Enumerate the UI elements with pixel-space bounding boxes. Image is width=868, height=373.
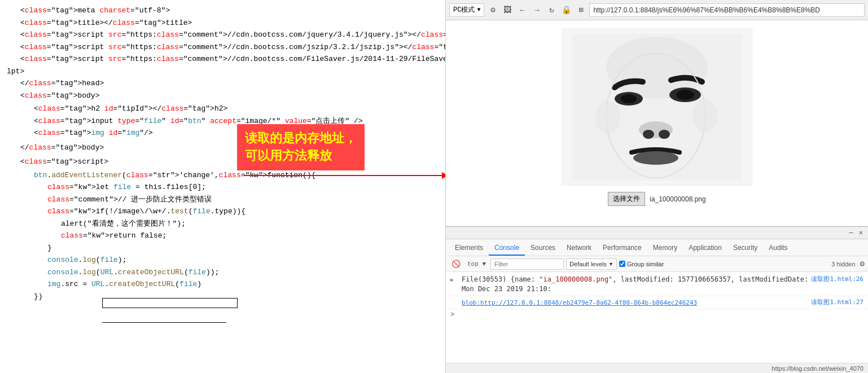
code-line: class="kw">let file = this.files[0]; (0, 181, 445, 194)
code-line: <class="tag">script src="https:class="co… (0, 53, 445, 65)
svg-point-12 (595, 100, 620, 134)
group-similar-text: Group similar (627, 261, 664, 267)
code-editor: <class="tag">meta charset="utf-8"><class… (0, 0, 446, 373)
code-line: </class="tag">head> (0, 77, 445, 90)
code-line: <class="tag">script src="https:class="co… (0, 29, 445, 41)
svg-point-3 (621, 94, 637, 103)
tab-sources[interactable]: Sources (525, 241, 561, 256)
blob-url-link[interactable]: blob:http://127.0.0.1:8848/eb2479e7-8a62… (462, 299, 697, 306)
console-file-text: File(30553) {name: "ia_100000008.png", l… (462, 275, 811, 294)
grid-icon[interactable]: ⊞ (575, 4, 587, 16)
tab-performance[interactable]: Performance (597, 241, 647, 256)
tab-elements[interactable]: Elements (449, 241, 489, 256)
code-line: <class="tag">script> (0, 156, 445, 168)
code-line: </class="tag">body> (0, 142, 445, 154)
devtools-close-icon[interactable]: ✕ (857, 229, 865, 237)
browser-panel: PC模式 ▼ ⚙ 🖼 ← → ↻ 🔒 ⊞ (446, 0, 868, 373)
console-line-file: ▶ File(30553) {name: "ia_100000008.png",… (446, 273, 868, 296)
group-similar-label[interactable]: Group similar (619, 261, 664, 267)
code-line: <class="tag">title></class="tag">title> (0, 17, 445, 29)
console-source-1[interactable]: 读取图1.html:26 (811, 275, 863, 283)
expand-icon[interactable]: ▶ (450, 276, 458, 284)
tab-network[interactable]: Network (561, 241, 597, 256)
code-line: console.log(URL.createObjectURL(file)); (0, 266, 445, 279)
url-bar[interactable] (589, 3, 865, 17)
code-line: <class="tag">meta charset="utf-8"> (0, 5, 445, 17)
console-source-2[interactable]: 读取图1.html:27 (811, 298, 863, 306)
file-name-label: ia_100000008.png (650, 195, 705, 203)
svg-point-5 (676, 90, 694, 100)
code-line: class="kw">if(!/image\/\w+/.test(file.ty… (0, 205, 445, 218)
code-line: class="kw">return false; (0, 230, 445, 242)
svg-point-7 (643, 130, 654, 139)
code-line: lpt> (0, 65, 445, 78)
default-levels-label: Default levels (569, 261, 607, 267)
tab-audits[interactable]: Audits (763, 241, 793, 256)
console-blob-text: blob:http://127.0.0.1:8848/eb2479e7-8a62… (462, 298, 811, 308)
code-line: console.log(file); (0, 254, 445, 266)
devtools-settings-icon[interactable]: ⚙ (860, 259, 865, 269)
back-icon[interactable]: ← (516, 4, 528, 16)
group-similar-checkbox[interactable] (619, 261, 625, 267)
devtools-toolbar: 🚫 top ▼ Default levels ▼ Group similar 3… (446, 256, 868, 272)
highlight-createobjecturl (102, 298, 238, 308)
tab-memory[interactable]: Memory (647, 241, 683, 256)
filter-input[interactable] (490, 258, 564, 270)
file-input-row: 选择文件 ia_100000008.png (608, 192, 705, 206)
top-context-icon[interactable]: top ▼ (465, 260, 488, 269)
code-line: <class="tag">h2 id="tipId"></class="tag"… (0, 103, 445, 115)
tab-application[interactable]: Application (683, 241, 727, 256)
status-bar: https://blog.csdn.net/weixin_4070 (446, 363, 868, 373)
svg-point-9 (633, 151, 678, 165)
code-line: <class="tag">input type="file" id="btn" … (0, 115, 445, 128)
devtools-tabs: Elements Console Sources Network Perform… (446, 239, 868, 256)
code-line: img.src = URL.createObjectURL(file) (0, 278, 445, 291)
clear-console-icon[interactable]: 🚫 (449, 258, 463, 270)
status-url: https://blog.csdn.net/weixin_4070 (771, 365, 863, 372)
forward-icon[interactable]: → (531, 4, 543, 16)
mode-dropdown-icon: ▼ (477, 7, 480, 13)
underline-imgsrc (102, 313, 226, 323)
screenshot-icon[interactable]: 🖼 (501, 4, 514, 16)
mode-label: PC模式 (453, 5, 475, 15)
code-line: } (0, 242, 445, 254)
code-line: <class="tag">script src="https:class="co… (0, 41, 445, 54)
mode-select[interactable]: PC模式 ▼ (449, 3, 484, 17)
face-image (561, 28, 753, 186)
inspect-icon[interactable]: ⚙ (486, 4, 499, 16)
default-levels-dropdown[interactable]: Default levels ▼ (566, 258, 617, 270)
console-prompt-line: > (446, 309, 868, 321)
devtools-content: ▶ File(30553) {name: "ia_100000008.png",… (446, 272, 868, 363)
code-line: <class="tag">body> (0, 90, 445, 102)
annotation-box: 读取的是内存地址， 可以用方法释放 (237, 124, 365, 170)
annotation-arrow (244, 175, 446, 176)
lock-icon: 🔒 (560, 4, 572, 16)
devtools-minimize-icon[interactable]: — (848, 229, 855, 237)
browser-content: 选择文件 ia_100000008.png (446, 20, 868, 226)
browser-toolbar: PC模式 ▼ ⚙ 🖼 ← → ↻ 🔒 ⊞ (446, 0, 868, 20)
code-line: <class="tag">img id="img"/> (0, 127, 445, 139)
choose-file-button[interactable]: 选择文件 (608, 192, 645, 206)
hidden-count-badge: 3 hidden (831, 261, 855, 267)
svg-point-11 (692, 99, 717, 133)
default-levels-dropdown-icon: ▼ (608, 261, 613, 267)
code-line: class="comment">// 进一步防止文件类型错误 (0, 194, 445, 206)
console-prompt: > (450, 311, 454, 319)
devtools-panel: — ✕ Elements Console Sources Network Per… (446, 226, 868, 373)
reload-icon[interactable]: ↻ (545, 4, 558, 16)
svg-point-8 (659, 130, 670, 139)
tab-security[interactable]: Security (727, 241, 763, 256)
devtools-titlebar: — ✕ (446, 227, 868, 239)
tab-console[interactable]: Console (489, 241, 525, 256)
console-line-blob: blob:http://127.0.0.1:8848/eb2479e7-8a62… (446, 296, 868, 310)
code-line: alert("看清楚，这个需要图片！"); (0, 218, 445, 230)
